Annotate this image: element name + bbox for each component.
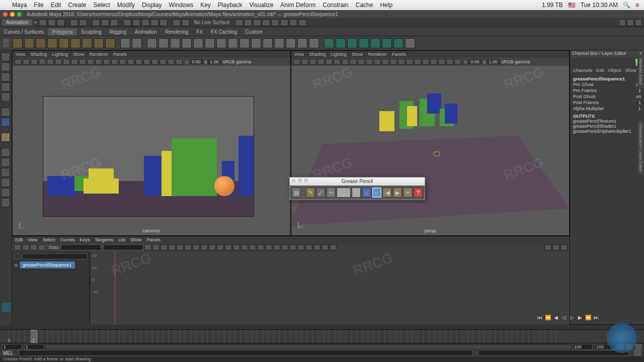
- vp-menu-panels[interactable]: Panels: [113, 52, 127, 57]
- script-editor-icon[interactable]: [634, 350, 641, 356]
- channel-layer-vtab[interactable]: Channel Box / Layer Editor: [637, 121, 644, 175]
- autokey-icon[interactable]: [617, 344, 624, 350]
- vp-2d-pan-icon[interactable]: [47, 59, 54, 65]
- ge-center-icon[interactable]: [560, 244, 568, 250]
- ge-post-inf-icon[interactable]: [297, 244, 304, 250]
- layout-four-icon[interactable]: [1, 158, 10, 167]
- spotlight-icon[interactable]: 🔍: [623, 2, 630, 9]
- gp-pencil-tool-icon[interactable]: ✎: [306, 188, 315, 198]
- ge-time-snap-icon[interactable]: [233, 244, 240, 250]
- toggle-toolsettings-icon[interactable]: [627, 19, 634, 26]
- poly-cube-icon[interactable]: [24, 38, 34, 48]
- multicut-icon[interactable]: [239, 38, 250, 48]
- output-node[interactable]: greasePencilShader1: [573, 124, 641, 129]
- attr-editor-vtab[interactable]: Attribute Editor: [637, 55, 644, 88]
- select-mode-icon[interactable]: [92, 19, 100, 26]
- gp-hard-eraser-icon[interactable]: [352, 188, 361, 198]
- poly-cone-icon[interactable]: [47, 38, 57, 48]
- vp-xray-icon[interactable]: [168, 59, 175, 65]
- ge-open-dope-icon[interactable]: [321, 244, 329, 250]
- vp-exposure-value[interactable]: 0.00: [190, 59, 203, 64]
- vp-r-12-icon[interactable]: [382, 59, 389, 65]
- vp-r-7-icon[interactable]: [342, 59, 349, 65]
- ge-menu-select[interactable]: Select: [43, 237, 55, 242]
- shelf-tab-rendering[interactable]: Rendering: [161, 28, 192, 36]
- ge-menu-edit[interactable]: Edit: [15, 237, 23, 242]
- notifications-icon[interactable]: ≡: [635, 2, 639, 9]
- ge-break-icon[interactable]: [201, 244, 208, 250]
- vp-exposure-icon[interactable]: ☼: [185, 59, 189, 64]
- grease-pencil-window[interactable]: Grease Pencil ▤ ✎ 🖊 ✏ ⍈ ⍇ ◀ ▶ ✂ ?: [289, 177, 425, 200]
- vp-menu-view[interactable]: View: [16, 52, 25, 57]
- gp-help-icon[interactable]: ?: [414, 188, 423, 198]
- attr-name[interactable]: Alpha Multiplier: [573, 106, 604, 111]
- gp-close-icon[interactable]: [292, 178, 296, 183]
- ge-spline-icon[interactable]: [144, 244, 151, 250]
- ge-insert-key-icon[interactable]: [22, 244, 29, 250]
- sculpt-7-icon[interactable]: [393, 38, 404, 48]
- scale-tool-icon[interactable]: [1, 93, 10, 102]
- vp-gamma-icon[interactable]: γ: [205, 59, 207, 64]
- menu-constrain[interactable]: Constrain: [323, 2, 348, 9]
- ge-lattice-icon[interactable]: [30, 244, 37, 250]
- ge-region-icon[interactable]: [38, 244, 45, 250]
- vp-r-16-icon[interactable]: [414, 59, 421, 65]
- ge-linear-icon[interactable]: [160, 244, 168, 250]
- smooth-icon[interactable]: [182, 38, 192, 48]
- vp-r-9-icon[interactable]: [358, 59, 365, 65]
- range-start-inner[interactable]: [24, 344, 44, 350]
- poly-plane-icon[interactable]: [70, 38, 80, 48]
- ge-plateau-icon[interactable]: [185, 244, 192, 250]
- gp-marker-tool-icon[interactable]: 🖊: [316, 188, 325, 198]
- menu-key[interactable]: Key: [200, 2, 211, 9]
- vp-r-10-icon[interactable]: [366, 59, 373, 65]
- time-track[interactable]: 1 7: [0, 329, 644, 343]
- softselect-icon[interactable]: [1, 118, 10, 127]
- ge-stacked-icon[interactable]: [265, 244, 272, 250]
- gp-soft-pencil-icon[interactable]: ✏: [327, 188, 336, 198]
- select-tool-icon[interactable]: [1, 52, 10, 61]
- vp-select-camera-icon[interactable]: [15, 59, 22, 65]
- menu-windows[interactable]: Windows: [169, 2, 193, 9]
- gp-delete-frame-icon[interactable]: ✂: [403, 188, 412, 198]
- vp-gate-mask-icon[interactable]: [87, 59, 94, 65]
- render-settings-icon[interactable]: [271, 19, 279, 26]
- target-weld-icon[interactable]: [251, 38, 261, 48]
- vp-gamma-value[interactable]: 1.00: [208, 59, 221, 64]
- gp-next-frame-icon[interactable]: ▶: [393, 188, 402, 198]
- vp-r-20-icon[interactable]: [446, 59, 453, 65]
- ge-swap-buffer-icon[interactable]: [313, 244, 320, 250]
- ge-value-snap-icon[interactable]: [241, 244, 248, 250]
- sculpt-5-icon[interactable]: [370, 38, 380, 48]
- vp-wireframe-icon[interactable]: [103, 59, 110, 65]
- anim-prefs-icon[interactable]: [635, 344, 642, 350]
- sym-x-icon[interactable]: [182, 19, 190, 26]
- ge-normalized-icon[interactable]: [273, 244, 280, 250]
- menu-modify[interactable]: Modify: [117, 2, 135, 9]
- gp-soft-eraser-icon[interactable]: [337, 188, 351, 198]
- attr-name[interactable]: Pre Frames: [573, 88, 597, 93]
- play-back-icon[interactable]: ◁: [560, 315, 568, 322]
- attr-value[interactable]: 1: [638, 100, 641, 105]
- range-slider-bar[interactable]: [46, 345, 571, 349]
- layout-outliner-icon[interactable]: [1, 178, 10, 187]
- vp-r-3-icon[interactable]: [309, 59, 316, 65]
- sculpt-4-icon[interactable]: [359, 38, 369, 48]
- offset-loop-icon[interactable]: [274, 38, 284, 48]
- vp-r-11-icon[interactable]: [374, 59, 381, 65]
- vp-ao-icon[interactable]: [143, 59, 150, 65]
- vp-r-exposure[interactable]: 0.00: [468, 59, 481, 64]
- menu-select[interactable]: Select: [93, 2, 110, 9]
- gp-new-frame-icon[interactable]: ▤: [292, 188, 301, 198]
- vp-motion-icon[interactable]: [151, 59, 158, 65]
- vp-imageplane-icon[interactable]: [39, 59, 46, 65]
- vp-r-1-icon[interactable]: [293, 59, 300, 65]
- sculpt-1-icon[interactable]: [324, 38, 334, 48]
- move-tool-icon[interactable]: [1, 72, 10, 81]
- step-fwd-frame-icon[interactable]: ▶: [577, 315, 584, 322]
- ge-menu-panels[interactable]: Panels: [146, 237, 160, 242]
- vp-r-gamma[interactable]: 1.00: [487, 59, 500, 64]
- ge-abs-view-icon[interactable]: [257, 244, 264, 250]
- ge-isolate-icon[interactable]: [249, 244, 256, 250]
- ge-stats-key-field[interactable]: [61, 244, 101, 250]
